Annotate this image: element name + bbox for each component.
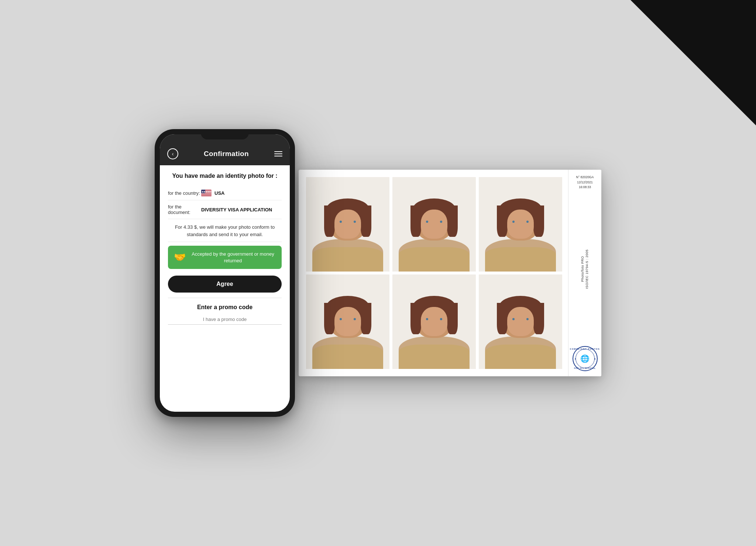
code-line-2: 12/12/2021 (576, 180, 594, 185)
phone-screen: ‹ Confirmation You have made an identity… (160, 134, 290, 412)
svg-text:★★★★★★: ★★★★★★ (202, 191, 212, 193)
stamp-inner-circle: 🌐 (575, 349, 595, 368)
price-description: For 4.33 $, we will make your photo conf… (168, 219, 282, 242)
guarantee-text: Accepted by the government or money retu… (190, 251, 276, 264)
back-icon: ‹ (172, 151, 174, 157)
menu-line-3 (274, 156, 282, 156)
svg-rect-10 (201, 195, 212, 195)
photo-brand-standard: Photo/foto PRO ISO/IEC 19794-5 : 2005 (581, 249, 589, 289)
phone-notch (201, 129, 249, 139)
document-label: for the document: (168, 204, 201, 215)
photo-cell-5 (392, 274, 476, 369)
svg-rect-12 (201, 196, 212, 196)
svg-rect-11 (201, 196, 212, 196)
promo-section: Enter a promo code (168, 300, 282, 326)
document-row: for the document: DIVERSITY VISA APPLICA… (168, 200, 282, 219)
stamp-star-left: ★ (574, 357, 576, 360)
country-label: for the country: (168, 190, 201, 196)
promo-title: Enter a promo code (168, 304, 282, 311)
main-scene: ‹ Confirmation You have made an identity… (101, 52, 655, 494)
photo-cell-6 (479, 274, 562, 369)
main-heading: You have made an identity photo for : (168, 172, 282, 180)
stamp-bottom-text: FOR ALL OFFICIAL (574, 367, 596, 369)
photo-cell-2 (392, 177, 476, 272)
svg-rect-8 (201, 194, 212, 194)
agree-button[interactable]: Agree (168, 276, 282, 293)
stamp-star-right: ★ (594, 357, 596, 360)
document-value: DIVERSITY VISA APPLICATION (201, 207, 272, 212)
photo-sheet: N° 82020GA 12/12/2021 16:08:33 Photo/fot… (299, 170, 601, 376)
photo-cell-3 (479, 177, 562, 272)
photo-cell-1 (306, 177, 389, 272)
brand-name: Photo/foto PRO (581, 256, 584, 282)
phone-content: You have made an identity photo for : fo… (160, 165, 290, 412)
globe-icon: 🌐 (580, 354, 590, 363)
menu-line-2 (274, 153, 282, 154)
phone-main-section: You have made an identity photo for : fo… (160, 165, 290, 330)
country-value: ★★★★★★ USA (201, 190, 224, 196)
photo-code: N° 82020GA 12/12/2021 16:08:33 (576, 175, 594, 190)
handshake-icon: 🤝 (174, 252, 186, 263)
back-button[interactable]: ‹ (167, 148, 178, 159)
menu-line-1 (274, 151, 282, 152)
promo-input[interactable] (168, 314, 282, 325)
stamp-top-text: COMPLIANT PHOTOS (570, 348, 600, 350)
svg-rect-9 (201, 194, 212, 195)
guarantee-banner: 🤝 Accepted by the government or money re… (168, 246, 282, 269)
section-divider (168, 298, 282, 298)
svg-rect-7 (201, 193, 212, 194)
country-name: USA (214, 190, 224, 196)
code-line-3: 16:08:33 (576, 185, 594, 190)
menu-button[interactable] (274, 151, 282, 156)
iso-standard: ISO/IEC 19794-5 : 2005 (585, 249, 589, 289)
compliant-stamp: ★ ★ COMPLIANT PHOTOS 🌐 FOR ALL OFFICIAL (573, 346, 598, 371)
photo-sheet-side-panel: N° 82020GA 12/12/2021 16:08:33 Photo/fot… (568, 170, 601, 376)
phone-device: ‹ Confirmation You have made an identity… (155, 129, 295, 417)
screen-title: Confirmation (204, 150, 249, 158)
usa-flag-icon: ★★★★★★ (201, 190, 212, 196)
code-line-1: N° 82020GA (576, 175, 594, 180)
photo-cell-4 (306, 274, 389, 369)
country-row: for the country: (168, 186, 282, 200)
photo-grid (299, 170, 568, 376)
